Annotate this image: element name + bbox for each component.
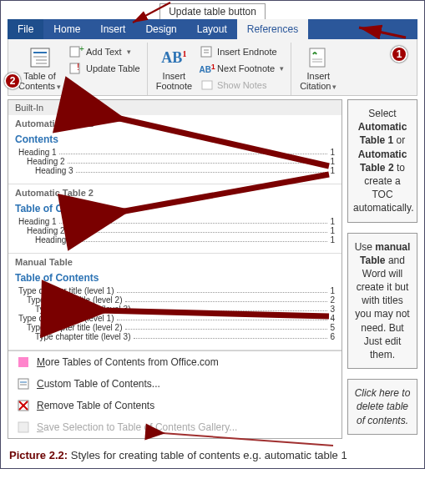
update-table-label: Update table button <box>159 3 266 20</box>
svg-rect-15 <box>310 48 325 67</box>
auto2-heading: Table of Contents <box>15 203 335 214</box>
svg-rect-2 <box>31 48 49 67</box>
toc-icon <box>28 46 52 69</box>
group-toc: Table of Contents▾ + Add Text▾ ! Update … <box>10 43 148 95</box>
toc-row: Type chapter title (level 3)3 <box>35 305 335 314</box>
update-table-icon: ! <box>69 62 83 75</box>
toc-row: Heading 21 <box>27 226 335 235</box>
auto1-title: Automatic Table 1 <box>15 118 335 129</box>
gallery-item-manual[interactable]: Manual Table Table of Contents Type chap… <box>8 254 342 350</box>
toc-row: Type chapter title (level 2)2 <box>27 295 335 305</box>
add-text-icon: + <box>69 45 83 58</box>
remove-toc-icon <box>17 399 30 412</box>
auto2-rows: Heading 11Heading 21Heading 31 <box>15 217 335 244</box>
toc-button[interactable]: Table of Contents▾ <box>15 44 64 93</box>
svg-rect-14 <box>202 81 212 89</box>
toc-row: Type chapter title (level 1)4 <box>18 314 335 323</box>
ribbon-tabs: File Home Insert Design Layout Reference… <box>8 19 417 39</box>
manual-title: Manual Table <box>15 257 335 267</box>
toc-row: Heading 11 <box>18 217 335 226</box>
callout-automatic: Select Automatic Table 1 or Automatic Ta… <box>347 99 417 223</box>
tab-layout[interactable]: Layout <box>187 19 237 39</box>
endnote-icon <box>200 45 214 58</box>
update-table-button[interactable]: ! Update Table <box>68 61 142 76</box>
show-notes-button[interactable]: Show Notes <box>199 78 286 93</box>
svg-text:!: ! <box>77 62 79 72</box>
add-text-button[interactable]: + Add Text▾ <box>68 44 142 59</box>
insert-citation-button[interactable]: Insert Citation▾ <box>296 44 340 93</box>
next-footnote-button[interactable]: AB1 Next Footnote▾ <box>199 61 286 76</box>
manual-rows: Type chapter title (level 1)1Type chapte… <box>15 286 335 341</box>
group-footnotes: AB1 Insert Footnote Insert Endnote AB1 N… <box>148 43 292 95</box>
svg-rect-25 <box>18 422 28 432</box>
badge-1: 1 <box>391 46 407 63</box>
svg-text:+: + <box>79 44 84 53</box>
menu-more-office[interactable]: More Tables of Contents from Office.com <box>8 351 342 373</box>
toc-row: Heading 31 <box>35 235 335 244</box>
callout-remove: Click here to delete table of contents. <box>347 379 417 435</box>
citation-icon <box>306 46 330 69</box>
footnote-icon: AB1 <box>162 46 185 69</box>
upper-annotation: Update table button <box>1 1 424 19</box>
toc-row: Type chapter title (level 1)1 <box>18 286 335 295</box>
group-citations: Insert Citation▾ <box>291 43 345 95</box>
toc-label: Table of Contents▾ <box>18 71 61 92</box>
manual-heading: Table of Contents <box>15 272 335 284</box>
svg-rect-18 <box>18 357 28 367</box>
figure-caption: Picture 2.2: Styles for creating table o… <box>1 442 424 468</box>
menu-save-selection: Save Selection to Table of Contents Gall… <box>8 416 342 438</box>
svg-rect-7 <box>70 47 79 57</box>
next-footnote-icon: AB1 <box>200 62 214 75</box>
gallery-item-auto2[interactable]: Automatic Table 2 Table of Contents Head… <box>8 184 342 254</box>
menu-remove-toc[interactable]: Remove Table of Contents <box>8 395 342 416</box>
tab-references[interactable]: References <box>237 19 308 39</box>
insert-endnote-button[interactable]: Insert Endnote <box>199 44 286 59</box>
gallery-menu: More Tables of Contents from Office.com … <box>8 350 342 438</box>
toc-row: Type chapter title (level 2)5 <box>27 323 335 332</box>
ribbon-body: Table of Contents▾ + Add Text▾ ! Update … <box>8 39 417 96</box>
toc-row: Heading 11 <box>18 148 335 157</box>
custom-toc-icon <box>17 377 30 391</box>
auto1-rows: Heading 11Heading 21Heading 31 <box>15 148 335 175</box>
svg-rect-19 <box>18 379 28 389</box>
tab-insert[interactable]: Insert <box>90 19 135 39</box>
citation-label: Insert Citation▾ <box>300 71 336 92</box>
tab-design[interactable]: Design <box>135 19 186 39</box>
auto1-heading: Contents <box>15 134 335 145</box>
tab-home[interactable]: Home <box>43 19 90 39</box>
svg-rect-11 <box>201 47 211 57</box>
toc-gallery: Built-In Automatic Table 1 Contents Head… <box>8 99 342 439</box>
insert-footnote-button[interactable]: AB1 Insert Footnote <box>153 44 195 93</box>
auto2-title: Automatic Table 2 <box>15 188 335 198</box>
menu-custom-toc[interactable]: Custom Table of Contents... <box>8 373 342 395</box>
toc-row: Type chapter title (level 3)6 <box>35 332 335 341</box>
callout-manual: Use manual Table and Word will create it… <box>347 233 417 370</box>
office-icon <box>17 355 30 369</box>
badge-2: 2 <box>4 73 21 89</box>
gallery-item-auto1[interactable]: Automatic Table 1 Contents Heading 11Hea… <box>8 115 342 184</box>
toc-row: Heading 31 <box>35 166 335 175</box>
save-gallery-icon <box>17 421 30 434</box>
toc-row: Heading 21 <box>27 157 335 166</box>
show-notes-icon <box>200 78 214 92</box>
gallery-header: Built-In <box>8 100 342 115</box>
tab-file[interactable]: File <box>8 19 43 39</box>
